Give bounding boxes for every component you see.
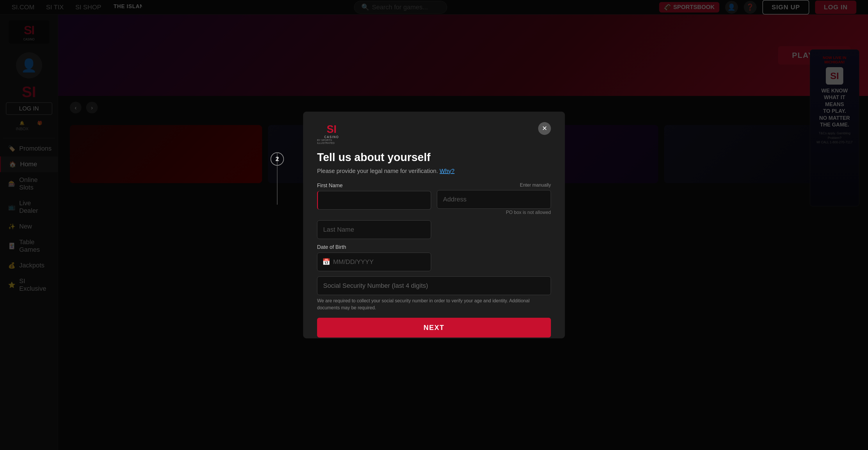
address-spacer xyxy=(437,220,551,239)
calendar-icon: 📅 xyxy=(322,258,330,266)
step-2-indicator: 2 xyxy=(271,152,284,166)
last-name-input[interactable] xyxy=(317,220,431,239)
ssn-row: We are required to collect your social s… xyxy=(317,277,551,311)
modal-logo-sub: BY SPORTS ILLUSTRATED xyxy=(317,139,346,144)
dob-input-wrapper: 📅 xyxy=(317,253,431,271)
ssn-input[interactable] xyxy=(317,277,551,295)
first-name-group: First Name xyxy=(317,183,431,215)
modal-logo-casino: CASINO xyxy=(324,135,339,139)
address-input[interactable] xyxy=(437,190,551,209)
address-group: Enter manually PO box is not allowed xyxy=(437,183,551,215)
first-name-input-wrapper xyxy=(317,191,431,210)
next-button[interactable]: NEXT xyxy=(317,318,551,338)
last-name-group xyxy=(317,220,431,239)
modal-title: Tell us about yourself xyxy=(317,151,551,164)
modal-subtitle: Please provide your legal name for verif… xyxy=(317,168,551,174)
form-row-2 xyxy=(317,220,551,239)
dob-group: Date of Birth 📅 xyxy=(317,244,431,271)
modal-dialog: SI CASINO BY SPORTS ILLUSTRATED ✕ Tell u… xyxy=(303,111,565,339)
modal-close-button[interactable]: ✕ xyxy=(538,122,551,135)
dob-label: Date of Birth xyxy=(317,244,431,250)
step-indicator-container: 1 2 xyxy=(277,152,278,205)
form-row-1: First Name Enter manually PO box is not … xyxy=(317,183,551,215)
modal-with-steps: 1 2 SI CASINO BY SPORTS ILLUSTRATED ✕ Te… xyxy=(303,111,565,339)
po-box-note: PO box is not allowed xyxy=(437,210,551,215)
first-name-input[interactable] xyxy=(317,191,431,210)
dob-input[interactable] xyxy=(317,253,431,271)
form-row-3: Date of Birth 📅 xyxy=(317,244,551,271)
first-name-label: First Name xyxy=(317,183,431,189)
modal-header: SI CASINO BY SPORTS ILLUSTRATED ✕ xyxy=(303,111,565,151)
dob-spacer xyxy=(437,244,551,271)
why-link[interactable]: Why? xyxy=(439,168,454,174)
enter-manually-label: Enter manually xyxy=(437,183,551,188)
modal-overlay: 1 2 SI CASINO BY SPORTS ILLUSTRATED ✕ Te… xyxy=(0,0,868,450)
ssn-disclaimer: We are required to collect your social s… xyxy=(317,297,551,311)
modal-body: Tell us about yourself Please provide yo… xyxy=(303,151,565,339)
modal-logo: SI CASINO BY SPORTS ILLUSTRATED xyxy=(317,122,346,146)
modal-logo-si: SI xyxy=(327,123,337,135)
